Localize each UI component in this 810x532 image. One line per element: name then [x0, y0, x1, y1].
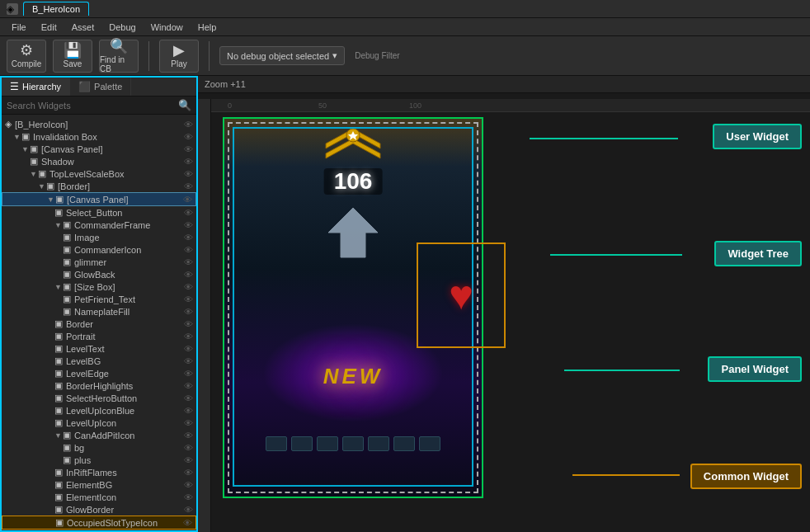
- tree-item-border2[interactable]: ▣ Border 👁: [2, 318, 196, 330]
- visibility-icon[interactable]: 👁: [184, 505, 193, 515]
- play-icon: ▶: [173, 43, 185, 58]
- visibility-icon[interactable]: 👁: [184, 418, 193, 428]
- visibility-icon[interactable]: 👁: [184, 233, 193, 242]
- tree-item-toplevelscalebox[interactable]: ▼ ▣ TopLevelScaleBox 👁: [2, 167, 196, 180]
- tree-item-icon: ▣: [21, 131, 30, 142]
- visibility-icon[interactable]: 👁: [184, 492, 193, 502]
- visibility-icon[interactable]: 👁: [184, 282, 193, 292]
- tree-item-icon: ▣: [55, 517, 64, 528]
- debug-filter-label: Debug Filter: [355, 51, 399, 60]
- visibility-icon[interactable]: 👁: [184, 332, 193, 341]
- visibility-icon[interactable]: 👁: [184, 468, 193, 478]
- search-input[interactable]: [7, 101, 175, 111]
- visibility-icon[interactable]: 👁: [184, 294, 193, 304]
- tree-item-petfriend[interactable]: ▣ PetFriend_Text 👁: [2, 293, 196, 305]
- play-button[interactable]: ▶ Play: [159, 40, 199, 73]
- game-preview: 106 NEW: [223, 117, 503, 513]
- annotation-user-widget: User Widget: [713, 124, 802, 149]
- visibility-icon[interactable]: 👁: [184, 144, 193, 154]
- visibility-icon[interactable]: 👁: [184, 120, 193, 129]
- menu-window[interactable]: Window: [144, 21, 190, 34]
- tree-item-selectherobutton[interactable]: ▣ SelectHeroButton 👁: [2, 392, 196, 404]
- tree-item-glimmer[interactable]: ▣ glimmer 👁: [2, 256, 196, 268]
- save-button[interactable]: 💾 Save: [53, 40, 92, 73]
- tree-item-invalidation[interactable]: ▼ ▣ Invalidation Box 👁: [2, 130, 196, 143]
- menu-file[interactable]: File: [5, 21, 33, 34]
- tree-item-borderhighlights[interactable]: ▣ BorderHighlights 👁: [2, 379, 196, 392]
- tree-item-elementicon[interactable]: ▣ ElementIcon 👁: [2, 491, 196, 503]
- tree-item-plus[interactable]: ▣ plus 👁: [2, 454, 196, 466]
- visibility-icon[interactable]: 👁: [184, 319, 193, 329]
- compile-button[interactable]: ⚙ Compile: [7, 40, 46, 73]
- tree-item-elementbg[interactable]: ▣ ElementBG 👁: [2, 478, 196, 491]
- tree-item-nameplatefill[interactable]: ▣ NameplateFill 👁: [2, 305, 196, 318]
- tree-item-heroicon[interactable]: ◈ [B_HeroIcon] 👁: [2, 118, 196, 130]
- tree-item-canaddpiticon[interactable]: ▼ ▣ CanAddPitIcon 👁: [2, 429, 196, 441]
- visibility-icon[interactable]: 👁: [184, 406, 193, 416]
- visibility-icon[interactable]: 👁: [184, 431, 193, 440]
- tree-item-canvas1[interactable]: ▼ ▣ [Canvas Panel] 👁: [2, 143, 196, 155]
- tree-item-border[interactable]: ▼ ▣ [Border] 👁: [2, 180, 196, 192]
- visibility-icon[interactable]: 👁: [184, 208, 193, 218]
- visibility-icon[interactable]: 👁: [184, 220, 193, 230]
- visibility-icon[interactable]: 👁: [184, 381, 193, 391]
- tree-item-leveledge[interactable]: ▣ LevelEdge 👁: [2, 367, 196, 379]
- tree-item-sizebox[interactable]: ▼ ▣ [Size Box] 👁: [2, 280, 196, 293]
- app-icon: ◈: [7, 3, 18, 15]
- visibility-icon[interactable]: 👁: [184, 369, 193, 379]
- find-in-cb-button[interactable]: 🔍 Find in CB: [99, 40, 139, 73]
- tab-palette[interactable]: ⬛ Palette: [70, 78, 131, 96]
- visibility-icon[interactable]: 👁: [183, 195, 192, 205]
- tree-item-icon: ◈: [5, 119, 12, 129]
- visibility-icon[interactable]: 👁: [184, 356, 193, 366]
- tree-item-glowborder[interactable]: ▣ GlowBorder 👁: [2, 503, 196, 516]
- tree-item-levelupiconblue[interactable]: ▣ LevelUpIconBlue 👁: [2, 404, 196, 417]
- tree-item-glowback[interactable]: ▣ GlowBack 👁: [2, 268, 196, 280]
- tree-item-image[interactable]: ▣ Image 👁: [2, 231, 196, 243]
- tree-item-inriftflames[interactable]: ▣ InRiftFlames 👁: [2, 466, 196, 478]
- visibility-icon[interactable]: 👁: [183, 518, 192, 528]
- tree-item-occupiedslottypeicon[interactable]: ▣ OccupiedSlotTypeIcon 👁: [2, 516, 196, 530]
- annotation-widget-tree: Widget Tree: [714, 241, 802, 266]
- tree-item-bg[interactable]: ▣ bg 👁: [2, 441, 196, 454]
- visibility-icon[interactable]: 👁: [184, 307, 193, 317]
- visibility-icon[interactable]: 👁: [184, 455, 193, 465]
- tree-item-commandericon[interactable]: ▣ CommanderIcon 👁: [2, 243, 196, 256]
- visibility-icon[interactable]: 👁: [184, 157, 193, 167]
- tree-item-commanderframe[interactable]: ▼ ▣ CommanderFrame 👁: [2, 219, 196, 231]
- visibility-icon[interactable]: 👁: [184, 181, 193, 191]
- menu-debug[interactable]: Debug: [102, 21, 142, 34]
- panel-tabs: ☰ Hierarchy ⬛ Palette: [2, 78, 196, 97]
- tree-item-leveltext[interactable]: ▣ LevelText 👁: [2, 342, 196, 355]
- visibility-icon[interactable]: 👁: [184, 480, 193, 490]
- visibility-icon[interactable]: 👁: [184, 393, 193, 403]
- visibility-icon[interactable]: 👁: [184, 257, 193, 267]
- menu-asset[interactable]: Asset: [65, 21, 101, 34]
- tree-item-starspanel[interactable]: ▼ ▣ StarsPanel 👁: [2, 530, 196, 530]
- tree-item-levelbg[interactable]: ▣ LevelBG 👁: [2, 355, 196, 367]
- tree-item-icon: ▣: [54, 417, 63, 428]
- canvas-area[interactable]: Zoom +11 0 50 100: [198, 76, 810, 532]
- tree-item-portrait[interactable]: ▣ Portrait 👁: [2, 330, 196, 342]
- tree-item-shadow[interactable]: ▣ Shadow 👁: [2, 155, 196, 167]
- tree-item-icon: ▣: [63, 281, 71, 292]
- visibility-icon[interactable]: 👁: [184, 245, 193, 255]
- visibility-icon[interactable]: 👁: [184, 443, 193, 453]
- debug-filter-dropdown[interactable]: No debug object selected ▾: [219, 46, 345, 65]
- canvas-header: Zoom +11: [198, 76, 810, 93]
- visibility-icon[interactable]: 👁: [184, 169, 193, 179]
- title-tab[interactable]: B_HeroIcon: [23, 2, 89, 16]
- visibility-icon[interactable]: 👁: [184, 344, 193, 354]
- tree-item-levelupicon[interactable]: ▣ LevelUpIcon 👁: [2, 417, 196, 429]
- annotation-common-widget: Common Widget: [690, 464, 802, 489]
- card-bars: [266, 436, 440, 451]
- hierarchy-tree[interactable]: ◈ [B_HeroIcon] 👁 ▼ ▣ Invalidation Box 👁 …: [2, 115, 196, 530]
- menu-edit[interactable]: Edit: [35, 21, 64, 34]
- menu-help[interactable]: Help: [191, 21, 224, 34]
- visibility-icon[interactable]: 👁: [184, 270, 193, 280]
- user-widget-line: [530, 138, 678, 139]
- visibility-icon[interactable]: 👁: [184, 132, 193, 142]
- tree-item-select-button[interactable]: ▣ Select_Button 👁: [2, 206, 196, 219]
- tree-item-canvas2[interactable]: ▼ ▣ [Canvas Panel] 👁: [2, 192, 196, 206]
- tab-hierarchy[interactable]: ☰ Hierarchy: [2, 78, 70, 96]
